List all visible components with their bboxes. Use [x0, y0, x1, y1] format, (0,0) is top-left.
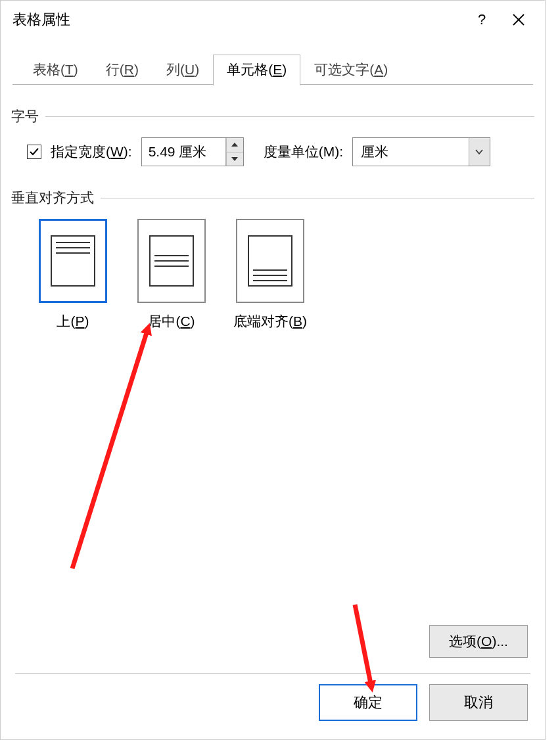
spinner-buttons — [226, 138, 243, 166]
specify-width-row: 指定宽度(W): 5.49 厘米 度量单位(M): 厘米 — [11, 137, 534, 166]
options-row: 选项(O)... — [429, 625, 528, 658]
table-properties-dialog: 表格属性 ? 表格(T) 行(R) 列(U) 单元格(E) 可 — [0, 0, 546, 740]
valign-bottom-label: 底端对齐(B) — [233, 312, 307, 331]
tab-col-label-post: ) — [195, 62, 199, 77]
tab-alt-mn: A — [374, 62, 383, 77]
tab-col-mn: U — [185, 62, 195, 77]
width-value[interactable]: 5.49 厘米 — [142, 138, 226, 166]
footer-divider — [15, 673, 530, 674]
tab-cell[interactable]: 单元格(E) — [213, 55, 300, 85]
close-button[interactable] — [500, 13, 537, 26]
help-button[interactable]: ? — [463, 1, 500, 38]
svg-marker-2 — [231, 143, 238, 147]
tab-table-mn: T — [65, 62, 74, 77]
valign-group-label: 垂直对齐方式 — [11, 189, 94, 207]
valign-bottom-preview — [236, 219, 304, 303]
tab-strip: 表格(T) 行(R) 列(U) 单元格(E) 可选文字(A) — [12, 52, 533, 85]
tab-column[interactable]: 列(U) — [152, 55, 213, 85]
chevron-down-icon — [231, 156, 239, 162]
valign-top-preview — [39, 219, 107, 303]
valign-center-icon — [149, 235, 194, 287]
tab-row-label-post: ) — [134, 62, 139, 77]
spinner-down-button[interactable] — [226, 152, 243, 166]
dialog-title: 表格属性 — [12, 10, 463, 30]
check-icon — [29, 147, 39, 157]
tab-alt-text[interactable]: 可选文字(A) — [300, 55, 402, 85]
size-group-label: 字号 — [11, 107, 39, 126]
tab-cell-mn: E — [273, 62, 282, 77]
chevron-up-icon — [231, 142, 239, 147]
cancel-button[interactable]: 取消 — [429, 684, 528, 721]
dropdown-button[interactable] — [469, 138, 490, 166]
tab-row-label-pre: 行( — [106, 62, 124, 77]
measure-unit-dropdown[interactable]: 厘米 — [352, 137, 490, 166]
divider — [101, 198, 534, 198]
tab-row[interactable]: 行(R) — [92, 55, 152, 85]
tab-table-label-pre: 表格( — [33, 62, 65, 77]
tab-cell-label-post: ) — [282, 62, 287, 77]
size-group-heading: 字号 — [11, 107, 534, 126]
valign-center-option[interactable]: 居中(C) — [132, 219, 211, 331]
tab-cell-label-pre: 单元格( — [227, 62, 273, 77]
valign-center-preview — [137, 219, 206, 303]
valign-bottom-icon — [248, 235, 292, 287]
valign-options: 上(P) 居中(C) — [11, 219, 534, 331]
specify-width-label: 指定宽度(W): — [51, 143, 132, 161]
ok-button[interactable]: 确定 — [319, 684, 417, 721]
width-spinner[interactable]: 5.49 厘米 — [141, 137, 244, 166]
close-icon — [512, 13, 525, 26]
specify-width-checkbox[interactable] — [27, 145, 41, 159]
divider — [45, 116, 534, 117]
cell-panel: 字号 指定宽度(W): 5.49 厘米 — [1, 85, 545, 331]
measure-unit-label: 度量单位(M): — [264, 143, 343, 161]
tab-row-mn: R — [124, 62, 134, 77]
tab-col-label-pre: 列( — [166, 62, 185, 77]
tab-table[interactable]: 表格(T) — [19, 55, 92, 85]
chevron-down-icon — [475, 149, 484, 155]
titlebar: 表格属性 ? — [1, 1, 545, 39]
footer-buttons: 确定 取消 — [319, 684, 528, 721]
valign-top-icon — [51, 235, 95, 287]
valign-bottom-option[interactable]: 底端对齐(B) — [231, 219, 310, 331]
tab-table-label-post: ) — [74, 62, 78, 77]
valign-top-label: 上(P) — [57, 312, 89, 331]
tab-alt-label-pre: 可选文字( — [314, 62, 374, 77]
tab-alt-label-post: ) — [383, 62, 388, 77]
svg-marker-3 — [231, 157, 238, 161]
valign-group-heading: 垂直对齐方式 — [11, 189, 534, 207]
spinner-up-button[interactable] — [226, 138, 243, 152]
options-button[interactable]: 选项(O)... — [429, 625, 528, 658]
valign-center-label: 居中(C) — [148, 312, 195, 331]
measure-unit-value: 厘米 — [353, 138, 469, 166]
valign-top-option[interactable]: 上(P) — [34, 219, 112, 331]
